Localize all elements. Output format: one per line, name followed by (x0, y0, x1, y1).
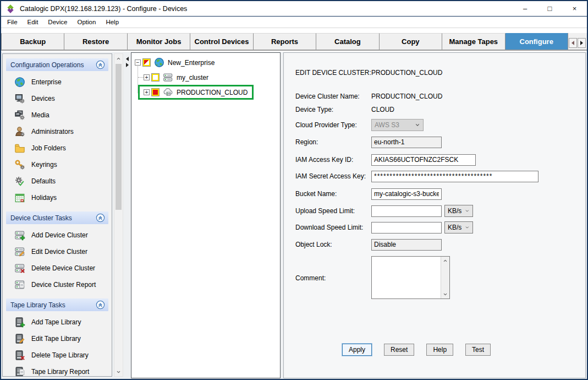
sidebar-item-label: Device Cluster Report (31, 281, 96, 289)
tab-reports[interactable]: Reports (254, 33, 316, 50)
sidebar-item-enterprise[interactable]: Enterprise (6, 74, 108, 90)
sidebar-item-administrators[interactable]: Administrators (6, 123, 108, 140)
section-tape-library-tasks: Tape Library Tasks Add Tape Library Edit… (6, 298, 108, 377)
expand-toggle[interactable]: + (144, 89, 150, 95)
sidebar-item-edit-device-cluster[interactable]: Edit Device Cluster (6, 243, 108, 260)
section-header-device-cluster-tasks[interactable]: Device Cluster Tasks (6, 211, 108, 224)
sidebar-item-tape-library-report[interactable]: Tape Library Report (6, 363, 108, 377)
close-button[interactable]: × (562, 1, 587, 16)
sidebar-item-label: Edit Tape Library (31, 335, 81, 343)
tab-configure[interactable]: Configure (505, 33, 568, 50)
tab-control-devices[interactable]: Control Devices (190, 33, 253, 50)
menu-edit[interactable]: Edit (23, 17, 43, 27)
sidebar-item-label: Enterprise (31, 78, 62, 86)
section-header-configuration-operations[interactable]: Configuration Operations (6, 58, 108, 71)
sidebar-item-label: Edit Device Cluster (31, 248, 87, 256)
scrollbar-down-button[interactable] (441, 290, 449, 298)
reset-button[interactable]: Reset (384, 344, 414, 356)
download-speed-limit-field[interactable] (371, 222, 442, 234)
tree-checkbox-partial[interactable] (143, 59, 150, 66)
section-title: Device Cluster Tasks (10, 214, 72, 222)
sidebar-item-add-device-cluster[interactable]: Add Device Cluster (6, 227, 108, 243)
tree-checkbox-unchecked[interactable] (152, 74, 159, 81)
cloud-cluster-icon (162, 87, 174, 97)
sidebar-item-edit-tape-library[interactable]: Edit Tape Library (6, 330, 108, 347)
scrollbar-up-button[interactable] (114, 54, 123, 63)
tab-monitor-jobs[interactable]: Monitor Jobs (128, 33, 190, 50)
field-label: Upload Speed Limit: (295, 207, 371, 215)
tab-copy[interactable]: Copy (380, 33, 442, 50)
apply-button[interactable]: Apply (342, 344, 372, 356)
minimize-button[interactable]: – (513, 1, 537, 16)
scrollbar-down-button[interactable] (114, 367, 123, 376)
section-title: Configuration Operations (10, 61, 84, 69)
sidebar-item-holidays[interactable]: Holidays (6, 189, 108, 206)
bucket-name-field[interactable] (371, 188, 442, 200)
tab-scroll-left-button[interactable] (569, 38, 577, 48)
sidebar-item-add-tape-library[interactable]: Add Tape Library (6, 314, 108, 330)
collapse-chevron-icon[interactable] (96, 213, 105, 222)
region-field (371, 137, 442, 148)
tree-selection-highlight: + PRODUCTION_CLOUD (138, 85, 254, 100)
sidebar-item-label: Job Folders (31, 144, 66, 152)
help-button[interactable]: Help (426, 344, 453, 356)
tab-catalog[interactable]: Catalog (316, 33, 379, 50)
download-speed-unit-select[interactable]: KB/s (444, 221, 473, 234)
sidebar-item-keyrings[interactable]: Keyrings (6, 156, 108, 173)
iam-secret-access-key-field[interactable] (371, 171, 538, 182)
tree-checkbox-checked[interactable] (152, 89, 159, 96)
comment-textarea[interactable] (371, 256, 450, 299)
menu-device[interactable]: Device (43, 17, 72, 27)
collapse-chevron-icon[interactable] (96, 300, 105, 310)
iam-access-key-id-field[interactable] (371, 154, 476, 166)
comment-scrollbar[interactable] (441, 257, 449, 298)
sidebar-item-label: Media (31, 111, 50, 119)
collapse-chevron-icon[interactable] (96, 60, 105, 69)
tree-node-my-cluster[interactable]: + my_cluster (131, 70, 280, 85)
test-button[interactable]: Test (465, 344, 491, 356)
sidebar-item-job-folders[interactable]: Job Folders (6, 140, 108, 156)
scrollbar-up-button[interactable] (441, 257, 449, 265)
device-cluster-report-icon (14, 279, 26, 290)
tree-node-label: PRODUCTION_CLOUD (177, 89, 248, 96)
sidebar-item-defaults[interactable]: Defaults (6, 173, 108, 189)
expand-toggle[interactable]: + (144, 74, 150, 80)
form-header-label: EDIT DEVICE CLUSTER: (295, 69, 371, 77)
maximize-button[interactable]: □ (537, 1, 562, 16)
form-row-object-lock: Object Lock: (295, 238, 442, 251)
section-header-tape-library-tasks[interactable]: Tape Library Tasks (6, 298, 108, 311)
sidebar-item-delete-device-cluster[interactable]: Delete Device Cluster (6, 260, 108, 276)
field-label: Comment: (295, 274, 371, 282)
upload-speed-unit-select[interactable]: KB/s (444, 205, 473, 217)
sidebar-item-device-cluster-report[interactable]: Device Cluster Report (6, 276, 108, 293)
panel-splitter[interactable] (124, 53, 130, 377)
cloud-provider-type-select: AWS S3 (371, 119, 424, 131)
tree-node-label: New_Enterprise (168, 59, 215, 67)
section-device-cluster-tasks: Device Cluster Tasks Add Device Cluster … (6, 211, 108, 294)
edit-device-cluster-form: EDIT DEVICE CLUSTER: PRODUCTION_CLOUD De… (283, 52, 586, 378)
tab-manage-tapes[interactable]: Manage Tapes (442, 33, 505, 50)
upload-speed-limit-field[interactable] (371, 205, 442, 217)
sidebar-scrollbar[interactable] (114, 53, 123, 377)
enterprise-globe-icon (14, 77, 26, 88)
menu-help[interactable]: Help (101, 17, 124, 27)
tab-backup[interactable]: Backup (1, 33, 64, 50)
tree-node-new-enterprise[interactable]: − New_Enterprise (131, 55, 280, 70)
tree-node-production-cloud[interactable]: + PRODUCTION_CLOUD (131, 85, 280, 100)
sidebar-item-delete-tape-library[interactable]: Delete Tape Library (6, 347, 108, 363)
window-title: Catalogic DPX(192.168.129.123) - Configu… (20, 5, 187, 13)
tab-strip: Backup Restore Monitor Jobs Control Devi… (1, 33, 587, 51)
scrollbar-thumb[interactable] (116, 64, 122, 210)
form-row-device-type: Device Type: CLOUD (295, 104, 394, 116)
chevron-down-icon (116, 370, 121, 374)
expand-toggle[interactable]: − (135, 59, 141, 66)
tab-restore[interactable]: Restore (64, 33, 127, 50)
field-label: Device Type: (295, 106, 371, 113)
sidebar-item-media[interactable]: Media (6, 107, 108, 123)
sidebar-item-devices[interactable]: Devices (6, 90, 108, 107)
selected-option: AWS S3 (375, 121, 399, 129)
chevron-down-icon (465, 208, 470, 214)
tab-scroll-right-button[interactable] (578, 38, 586, 48)
menu-option[interactable]: Option (73, 17, 101, 27)
menu-file[interactable]: File (2, 17, 23, 27)
